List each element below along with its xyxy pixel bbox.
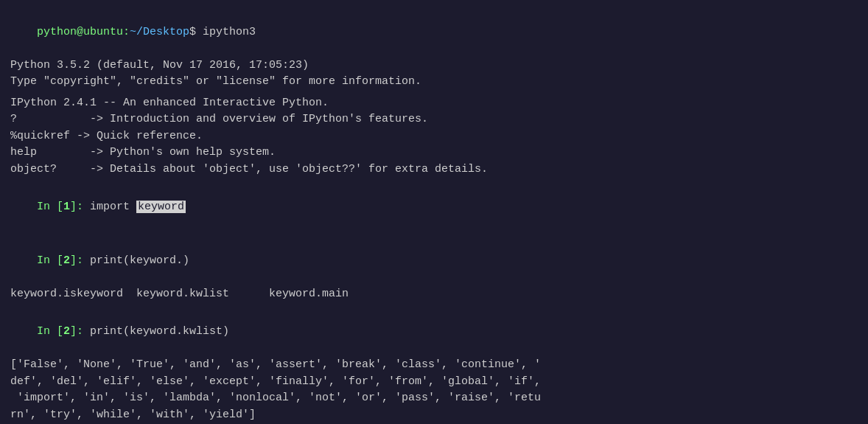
keyword-highlight: keyword [136, 201, 186, 213]
in-label-1: In [1]: [37, 201, 83, 213]
title-bar-line: python@ubuntu:~/Desktop$ ipython3 [10, 7, 858, 58]
prompt-user: python@ubuntu [37, 26, 123, 38]
license-line: Type "copyright", "credits" or "license"… [10, 74, 858, 91]
in-label-2b: In [2]: [37, 325, 83, 338]
in-label-2a: In [2]: [37, 254, 83, 267]
prompt-path: ~/Desktop [130, 26, 189, 38]
help-quickref-line: %quickref -> Quick reference. [10, 128, 858, 145]
in-prompt-2a: In [2]: print(keyword.) [10, 237, 858, 287]
in-prompt-1: In [1]: import keyword [10, 182, 858, 232]
kwlist-output-3: 'import', 'in', 'is', 'lambda', 'nonloca… [10, 390, 858, 407]
terminal-window[interactable]: python@ubuntu:~/Desktop$ ipython3 Python… [0, 0, 868, 424]
python-version-line: Python 3.5.2 (default, Nov 17 2016, 17:0… [10, 58, 858, 74]
kwlist-output-2: def', 'del', 'elif', 'else', 'except', '… [10, 374, 858, 391]
help-help-line: help -> Python's own help system. [10, 145, 858, 161]
help-question-line: ? -> Introduction and overview of IPytho… [10, 111, 858, 128]
kwlist-output-4: rn', 'try', 'while', 'with', 'yield'] [10, 407, 858, 424]
help-object-line: object? -> Details about 'object', use '… [10, 161, 858, 178]
kwlist-output-1: ['False', 'None', 'True', 'and', 'as', '… [10, 357, 858, 374]
autocomplete-line: keyword.iskeyword keyword.kwlist keyword… [10, 286, 858, 303]
in-prompt-2b: In [2]: print(keyword.kwlist) [10, 307, 858, 358]
ipython-version-line: IPython 2.4.1 -- An enhanced Interactive… [10, 95, 858, 112]
prompt-dollar: $ ipython3 [189, 26, 256, 38]
